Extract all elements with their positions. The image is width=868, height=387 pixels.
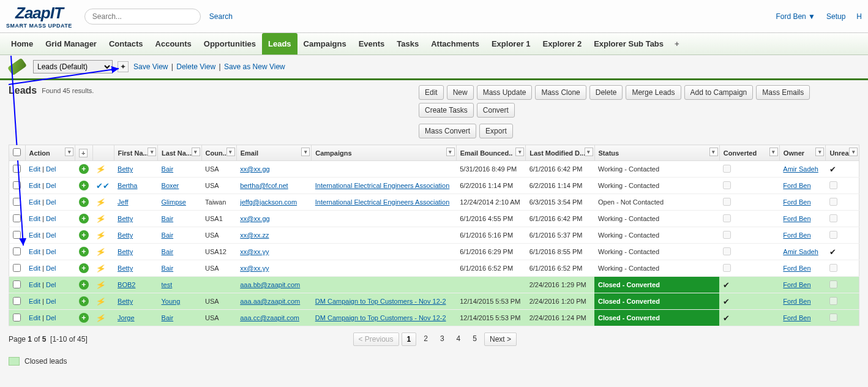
first-name-link[interactable]: Betty [118,165,133,173]
row-checkbox[interactable] [13,231,21,239]
owner-link[interactable]: Ford Ben [783,281,810,288]
col-last-na-[interactable]: Last Na...▾ [158,145,201,161]
edit-link[interactable]: Edit [29,265,40,272]
row-checkbox[interactable] [13,314,21,321]
last-name-link[interactable]: Boxer [162,182,179,189]
col-status[interactable]: Status▾ [594,145,719,161]
campaign-link[interactable]: DM Campaign to Top Customers - Nov 12-2 [315,298,446,305]
col-c0[interactable] [9,145,26,161]
owner-link[interactable]: Ford Ben [783,314,810,321]
add-icon[interactable]: + [79,280,89,290]
page-2[interactable]: 2 [419,333,433,346]
add-icon[interactable]: + [79,247,89,257]
first-name-link[interactable]: Betty [118,265,133,272]
tab-campaigns[interactable]: Campaigns [297,33,353,54]
column-menu-icon[interactable]: ▾ [148,148,156,156]
mass-convert-button[interactable]: Mass Convert [419,124,476,138]
first-name-link[interactable]: Jeff [118,198,129,206]
del-link[interactable]: Del [46,198,56,206]
search-button[interactable]: Search [204,10,238,23]
tab-contacts[interactable]: Contacts [103,33,149,54]
col-email[interactable]: Email▾ [236,145,312,161]
tab-home[interactable]: Home [5,33,39,54]
column-menu-icon[interactable]: ▾ [192,148,200,156]
add-icon[interactable]: + [79,181,89,190]
add-tab-button[interactable]: + [675,39,679,48]
view-select[interactable]: Leads (Default) [33,60,113,73]
col-coun-[interactable]: Coun...▾ [201,145,236,161]
search-input[interactable] [84,9,201,24]
col-unrea-[interactable]: Unrea...▾ [826,145,859,161]
del-link[interactable]: Del [46,215,56,222]
column-menu-icon[interactable]: ▾ [815,148,824,156]
last-name-link[interactable]: Young [162,298,181,305]
add-icon[interactable]: + [79,263,89,273]
add-column-icon[interactable]: + [79,149,88,157]
del-link[interactable]: Del [46,314,56,321]
campaign-link[interactable]: DM Campaign to Top Customers - Nov 12-2 [315,314,446,321]
del-link[interactable]: Del [46,165,56,173]
last-name-link[interactable]: Bair [162,165,174,173]
page-3[interactable]: 3 [435,333,449,346]
owner-link[interactable]: Ford Ben [783,215,810,222]
email-link[interactable]: jeffg@jackson.com [240,198,297,206]
first-name-link[interactable]: Betty [118,248,133,255]
col-campaigns[interactable]: Campaigns▾ [312,145,456,161]
row-checkbox[interactable] [13,280,21,288]
first-name-link[interactable]: Betty [118,231,133,239]
merge-leads-button[interactable]: Merge Leads [626,85,681,100]
last-name-link[interactable]: Glimpse [162,198,186,206]
edit-link[interactable]: Edit [29,248,40,255]
tab-explorer-2[interactable]: Explorer 2 [537,33,588,54]
del-link[interactable]: Del [46,265,56,272]
email-link[interactable]: bertha@fcof.net [240,182,288,189]
save-as-view-link[interactable]: Save as New View [224,62,285,71]
owner-link[interactable]: Ford Ben [783,298,810,305]
column-menu-icon[interactable]: ▾ [849,148,858,156]
prev-button[interactable]: < Previous [353,333,399,346]
column-menu-icon[interactable]: ▾ [709,148,718,156]
tab-explorer-sub-tabs[interactable]: Explorer Sub Tabs [588,33,670,54]
last-name-link[interactable]: Bair [162,265,174,272]
new-button[interactable]: New [447,85,474,100]
help-link[interactable]: H [856,12,862,21]
edit-link[interactable]: Edit [29,281,40,288]
col-first-na-[interactable]: First Na...▾ [114,145,157,161]
last-name-link[interactable]: test [162,281,173,288]
owner-link[interactable]: Ford Ben [783,265,810,272]
email-link[interactable]: xx@xx.gg [240,165,269,173]
add-icon[interactable]: + [79,214,89,224]
col-c3[interactable] [92,145,114,161]
del-link[interactable]: Del [46,298,56,305]
email-link[interactable]: xx@xx.zz [240,231,269,239]
first-name-link[interactable]: Betty [118,298,133,305]
edit-link[interactable]: Edit [29,231,40,239]
first-name-link[interactable]: Jorge [118,314,135,321]
edit-link[interactable]: Edit [29,215,40,222]
row-checkbox[interactable] [13,198,21,206]
add-icon[interactable]: + [79,164,89,174]
row-checkbox[interactable] [13,165,21,173]
mass-update-button[interactable]: Mass Update [477,85,533,100]
tab-accounts[interactable]: Accounts [149,33,198,54]
row-checkbox[interactable] [13,214,21,222]
tab-leads[interactable]: Leads [262,33,297,54]
add-to-campaign-button[interactable]: Add to Campaign [684,85,754,100]
edit-button[interactable]: Edit [419,85,444,100]
edit-link[interactable]: Edit [29,165,40,173]
column-menu-icon[interactable]: ▾ [585,148,593,156]
last-name-link[interactable]: Bair [162,314,174,321]
select-all-checkbox[interactable] [13,148,21,156]
tab-explorer-1[interactable]: Explorer 1 [485,33,537,54]
edit-link[interactable]: Edit [29,182,40,189]
col-email-bounced-[interactable]: Email Bounced..▾ [456,145,525,161]
last-name-link[interactable]: Bair [162,215,174,222]
email-link[interactable]: xx@xx.gg [240,215,269,222]
owner-link[interactable]: Ford Ben [783,231,810,239]
column-menu-icon[interactable]: ▾ [226,148,235,156]
add-icon[interactable]: + [79,313,89,323]
owner-link[interactable]: Amir Sadeh [783,165,818,173]
email-link[interactable]: xx@xx.yy [240,265,269,272]
column-menu-icon[interactable]: ▾ [301,148,310,156]
first-name-link[interactable]: BOB2 [118,281,135,288]
